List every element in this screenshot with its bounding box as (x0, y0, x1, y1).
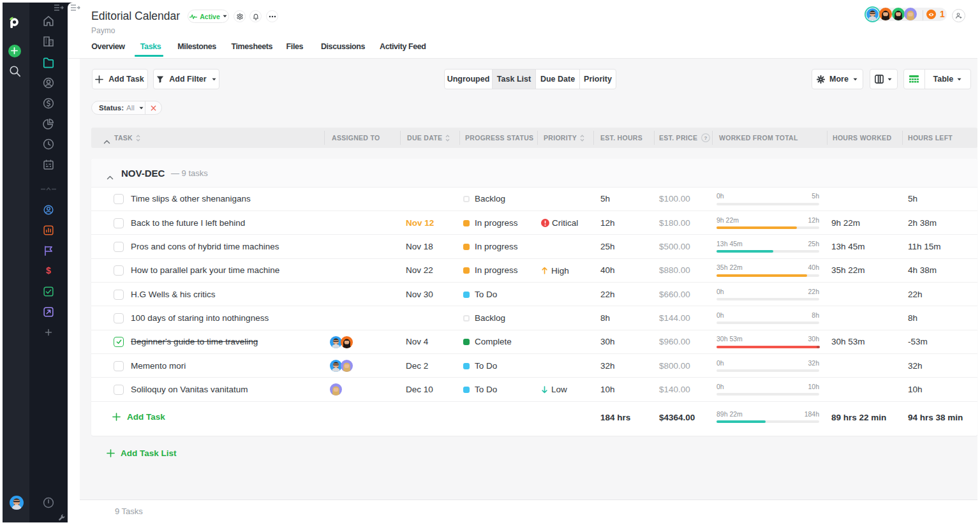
svg-text:?: ? (704, 135, 708, 141)
